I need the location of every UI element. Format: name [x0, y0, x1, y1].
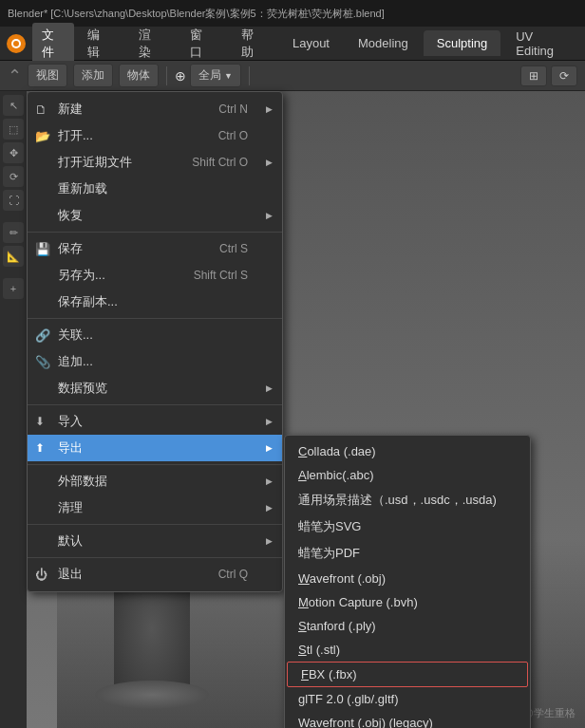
- cursor-icon: ⊕: [175, 68, 186, 84]
- view-btn[interactable]: 视图: [28, 64, 67, 87]
- quit-icon: ⏻: [35, 568, 47, 582]
- tab-layout[interactable]: Layout: [279, 30, 343, 56]
- export-pdf[interactable]: 蜡笔为PDF: [285, 540, 530, 567]
- menu-item-link[interactable]: 🔗 关联...: [28, 322, 282, 348]
- toolbar-separator1: ⌃: [8, 65, 22, 86]
- export-obj[interactable]: Wavefront (.obj): [285, 567, 530, 590]
- separator5: [28, 524, 282, 525]
- menu-item-data-preview[interactable]: 数据预览: [28, 375, 282, 401]
- title-text: Blender* [C:\Users\zhang\Desktop\Blender…: [8, 7, 385, 21]
- export-collada[interactable]: Collada (.dae): [285, 439, 530, 463]
- svg-point-2: [13, 41, 19, 47]
- tab-uv-editing[interactable]: UV Editing: [502, 24, 583, 64]
- append-icon: 📎: [35, 355, 50, 369]
- nav-tabs: 文件 编辑 渲染 窗口 帮助 Layout Modeling Sculpting…: [0, 27, 585, 61]
- menu-item-recover[interactable]: 恢复: [28, 202, 282, 229]
- export-gltf[interactable]: glTF 2.0 (.glb/.gltf): [285, 687, 530, 711]
- file-menu-label: 文件: [42, 28, 54, 59]
- menu-item-append[interactable]: 📎 追加...: [28, 348, 282, 375]
- new-icon: 🗋: [35, 103, 47, 117]
- export-usd[interactable]: 通用场景描述（.usd，.usdc，.usda): [285, 487, 530, 513]
- tab-sculpting[interactable]: Sculpting: [424, 30, 500, 56]
- menu-item-open-recent[interactable]: 打开近期文件 Shift Ctrl O: [28, 149, 282, 176]
- menu-item-open[interactable]: 📂 打开... Ctrl O: [28, 122, 282, 149]
- tab-window[interactable]: 窗口: [177, 21, 226, 66]
- export-stl[interactable]: Stl (.stl): [285, 638, 530, 662]
- separator3: [28, 404, 282, 405]
- menu-item-import[interactable]: ⬇ 导入: [28, 408, 282, 435]
- save-icon: 💾: [35, 242, 50, 256]
- menu-overlay: 🗋 新建 Ctrl N 📂 打开... Ctrl O 打开近期文件 Shift …: [0, 91, 585, 728]
- menu-item-defaults[interactable]: 默认: [28, 528, 282, 554]
- toolbar-sep2: [249, 66, 250, 85]
- toolbar: ⌃ 视图 添加 物体 ⊕ 全局 ▼ ⊞ ⟳: [0, 61, 585, 91]
- export-submenu: Collada (.dae) Alembic(.abc) 通用场景描述（.usd…: [284, 435, 531, 728]
- menu-item-clean[interactable]: 清理: [28, 495, 282, 521]
- export-bvh[interactable]: Motion Capture (.bvh): [285, 590, 530, 614]
- toolbar-sep1: [166, 66, 167, 85]
- open-icon: 📂: [35, 129, 50, 143]
- link-icon: 🔗: [35, 328, 50, 343]
- separator4: [28, 464, 282, 465]
- main-area: ↖ ⬚ ✥ ⟳ ⛶ ✏ 📐 + 🗋 新建 Ctrl N 📂 打开... Ctrl…: [0, 91, 585, 728]
- tab-help[interactable]: 帮助: [228, 21, 277, 66]
- menu-item-new[interactable]: 🗋 新建 Ctrl N: [28, 96, 282, 122]
- export-fbx[interactable]: FBX (.fbx): [287, 662, 528, 687]
- file-menu-button[interactable]: 文件: [32, 23, 74, 65]
- menu-item-save-as[interactable]: 另存为... Shift Ctrl S: [28, 262, 282, 289]
- export-icon: ⬆: [35, 441, 45, 455]
- add-btn[interactable]: 添加: [73, 64, 113, 87]
- chevron-down-icon: ▼: [224, 71, 233, 81]
- separator1: [28, 232, 282, 233]
- menu-item-save-copy[interactable]: 保存副本...: [28, 289, 282, 315]
- obj-btn[interactable]: 物体: [119, 64, 159, 87]
- menu-item-save[interactable]: 💾 保存 Ctrl S: [28, 235, 282, 262]
- file-menu-dropdown: 🗋 新建 Ctrl N 📂 打开... Ctrl O 打开近期文件 Shift …: [27, 91, 283, 592]
- overlay-btn[interactable]: ⟳: [551, 65, 577, 86]
- menu-item-external-data[interactable]: 外部数据: [28, 468, 282, 495]
- export-ply[interactable]: Stanford (.ply): [285, 614, 530, 638]
- blender-logo: [4, 30, 28, 57]
- import-icon: ⬇: [35, 415, 45, 428]
- menu-item-export[interactable]: ⬆ 导出: [28, 435, 282, 461]
- tab-edit[interactable]: 编辑: [74, 21, 123, 66]
- tab-render[interactable]: 渲染: [125, 21, 175, 66]
- menu-item-quit[interactable]: ⏻ 退出 Ctrl Q: [28, 561, 282, 588]
- separator6: [28, 557, 282, 558]
- export-alembic[interactable]: Alembic(.abc): [285, 463, 530, 487]
- separator2: [28, 318, 282, 319]
- export-obj-legacy[interactable]: Wavefront (.obj) (legacy): [285, 711, 530, 728]
- global-dropdown[interactable]: 全局 ▼: [190, 64, 241, 87]
- export-svg[interactable]: 蜡笔为SVG: [285, 513, 530, 540]
- menu-item-revert[interactable]: 重新加载: [28, 176, 282, 202]
- tab-modeling[interactable]: Modeling: [345, 30, 422, 56]
- snap-btn[interactable]: ⊞: [520, 65, 547, 86]
